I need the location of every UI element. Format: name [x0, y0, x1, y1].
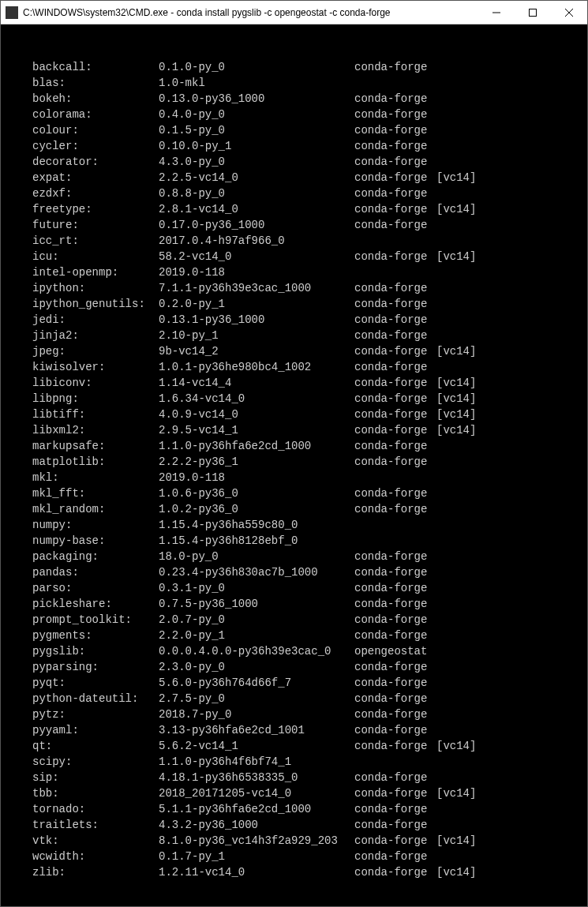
terminal-output[interactable]: backcall:0.1.0-py_0conda-forgeblas:1.0-m… — [1, 24, 587, 907]
package-channel: conda-forge — [354, 312, 436, 328]
package-version: 5.1.1-py36hfa6e2cd_1000 — [159, 801, 354, 817]
package-version: 3.13-py36hfa6e2cd_1001 — [159, 722, 354, 738]
package-version: 4.3.2-py36_1000 — [159, 817, 354, 833]
package-version: 5.6.2-vc14_1 — [159, 738, 354, 754]
package-row: libiconv:1.14-vc14_4conda-forge[vc14] — [7, 375, 581, 391]
package-name: icu: — [32, 249, 159, 264]
package-extra — [436, 706, 581, 722]
package-row: kiwisolver:1.0.1-py36he980bc4_1002conda-… — [7, 359, 581, 375]
package-version: 1.0.1-py36he980bc4_1002 — [159, 359, 354, 375]
package-name: colorama: — [32, 107, 159, 122]
package-name: jedi: — [32, 312, 159, 328]
package-row: ezdxf:0.8.8-py_0conda-forge — [7, 186, 581, 201]
package-extra — [436, 675, 581, 691]
package-name: mkl: — [32, 470, 159, 485]
package-name: freetype: — [32, 201, 159, 217]
package-channel: conda-forge — [354, 722, 436, 738]
package-version: 0.13.0-py36_1000 — [159, 91, 354, 107]
close-button[interactable] — [551, 1, 587, 24]
package-row: pyyaml:3.13-py36hfa6e2cd_1001conda-forge — [7, 722, 581, 738]
package-name: parso: — [32, 580, 159, 596]
package-row: traitlets:4.3.2-py36_1000conda-forge — [7, 817, 581, 833]
package-channel: conda-forge — [354, 549, 436, 564]
package-row: ipython_genutils:0.2.0-py_1conda-forge — [7, 296, 581, 312]
package-row: mkl_fft:1.0.6-py36_0conda-forge — [7, 485, 581, 501]
package-name: kiwisolver: — [32, 359, 159, 375]
package-row: jedi:0.13.1-py36_1000conda-forge — [7, 312, 581, 328]
package-name: zlib: — [32, 864, 159, 880]
package-name: mkl_fft: — [32, 485, 159, 501]
package-name: tornado: — [32, 801, 159, 817]
package-channel: conda-forge — [354, 375, 436, 391]
package-version: 1.15.4-py36ha559c80_0 — [159, 517, 354, 533]
package-list: backcall:0.1.0-py_0conda-forgeblas:1.0-m… — [7, 59, 581, 880]
package-row: pygments:2.2.0-py_1conda-forge — [7, 628, 581, 643]
package-channel — [354, 264, 436, 280]
package-extra — [436, 754, 581, 770]
package-row: jpeg:9b-vc14_2conda-forge[vc14] — [7, 343, 581, 359]
package-channel: conda-forge — [354, 675, 436, 691]
package-channel: conda-forge — [354, 407, 436, 422]
package-row: packaging:18.0-py_0conda-forge — [7, 549, 581, 564]
package-name: numpy-base: — [32, 533, 159, 549]
package-name: libpng: — [32, 391, 159, 407]
package-row: pickleshare:0.7.5-py36_1000conda-forge — [7, 596, 581, 612]
package-extra — [436, 485, 581, 501]
package-version: 0.23.4-py36h830ac7b_1000 — [159, 564, 354, 580]
package-name: libiconv: — [32, 375, 159, 391]
package-name: decorator: — [32, 154, 159, 170]
package-extra — [436, 122, 581, 138]
package-row: libpng:1.6.34-vc14_0conda-forge[vc14] — [7, 391, 581, 407]
package-row: libxml2:2.9.5-vc14_1conda-forge[vc14] — [7, 422, 581, 438]
window-title-bar: C:\WINDOWS\system32\CMD.exe - conda inst… — [1, 1, 587, 24]
maximize-button[interactable] — [515, 1, 551, 24]
package-extra — [436, 233, 581, 249]
package-extra: [vc14] — [436, 375, 581, 391]
package-name: icc_rt: — [32, 233, 159, 249]
package-channel: conda-forge — [354, 770, 436, 785]
package-version: 1.2.11-vc14_0 — [159, 864, 354, 880]
package-name: jinja2: — [32, 328, 159, 343]
package-version: 7.1.1-py36h39e3cac_1000 — [159, 280, 354, 296]
window-title: C:\WINDOWS\system32\CMD.exe - conda inst… — [23, 7, 478, 18]
package-extra: [vc14] — [436, 738, 581, 754]
package-name: pygments: — [32, 628, 159, 643]
package-row: expat:2.2.5-vc14_0conda-forge[vc14] — [7, 170, 581, 186]
package-version: 0.17.0-py36_1000 — [159, 217, 354, 233]
package-channel: conda-forge — [354, 296, 436, 312]
package-channel: conda-forge — [354, 217, 436, 233]
package-row: ipython:7.1.1-py36h39e3cac_1000conda-for… — [7, 280, 581, 296]
package-extra — [436, 280, 581, 296]
package-row: sip:4.18.1-py36h6538335_0conda-forge — [7, 770, 581, 785]
package-version: 1.0.2-py36_0 — [159, 501, 354, 517]
package-name: pandas: — [32, 564, 159, 580]
package-version: 0.4.0-py_0 — [159, 107, 354, 122]
package-extra: [vc14] — [436, 785, 581, 801]
package-version: 18.0-py_0 — [159, 549, 354, 564]
package-channel — [354, 533, 436, 549]
package-name: pyyaml: — [32, 722, 159, 738]
package-extra — [436, 312, 581, 328]
package-extra — [436, 438, 581, 454]
package-name: matplotlib: — [32, 454, 159, 470]
package-channel: conda-forge — [354, 170, 436, 186]
package-version: 2.9.5-vc14_1 — [159, 422, 354, 438]
package-version: 1.0.6-py36_0 — [159, 485, 354, 501]
package-row: mkl_random:1.0.2-py36_0conda-forge — [7, 501, 581, 517]
package-version: 2018_20171205-vc14_0 — [159, 785, 354, 801]
package-version: 4.18.1-py36h6538335_0 — [159, 770, 354, 785]
package-extra — [436, 296, 581, 312]
package-extra — [436, 138, 581, 154]
package-name: pickleshare: — [32, 596, 159, 612]
package-name: traitlets: — [32, 817, 159, 833]
package-extra — [436, 659, 581, 675]
package-channel: conda-forge — [354, 154, 436, 170]
package-name: pytz: — [32, 706, 159, 722]
package-row: tornado:5.1.1-py36hfa6e2cd_1000conda-for… — [7, 801, 581, 817]
minimize-button[interactable] — [478, 1, 515, 24]
package-name: libtiff: — [32, 407, 159, 422]
package-row: pyparsing:2.3.0-py_0conda-forge — [7, 659, 581, 675]
package-version: 2.2.5-vc14_0 — [159, 170, 354, 186]
package-version: 1.0-mkl — [159, 75, 354, 91]
package-channel: conda-forge — [354, 454, 436, 470]
